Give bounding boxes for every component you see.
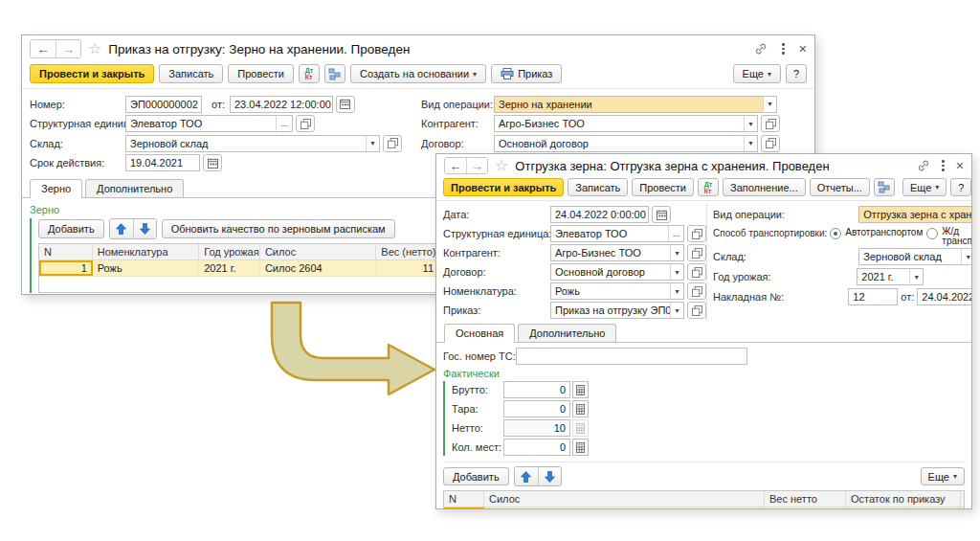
table-row[interactable]: 1 Рожь 2021 г. Силос 2604 11: [39, 260, 439, 277]
cell-silo[interactable]: Силос 2604: [484, 507, 765, 509]
grid-more-button[interactable]: Еще▾: [921, 467, 965, 485]
dropdown-button[interactable]: ▾: [744, 135, 758, 152]
col-n[interactable]: N: [444, 491, 484, 507]
calendar-button[interactable]: [652, 206, 671, 223]
help-button[interactable]: ?: [786, 64, 807, 83]
col-silo[interactable]: Силос: [484, 491, 765, 507]
open-link-button[interactable]: [687, 244, 706, 261]
col-nomenclature[interactable]: Номенклатура: [93, 244, 199, 259]
cell-order-balance[interactable]: 11: [846, 507, 961, 509]
calculator-button[interactable]: [572, 400, 589, 417]
counterparty-field[interactable]: Агро-Бизнес ТОО: [550, 244, 671, 261]
counterparty-field[interactable]: Агро-Бизнес ТОО: [494, 115, 745, 132]
print-order-button[interactable]: Приказ: [491, 64, 562, 83]
warehouse-field[interactable]: Зерновой склад: [125, 135, 367, 152]
favorite-star-icon[interactable]: ☆: [88, 41, 101, 56]
tare-field[interactable]: 0: [503, 400, 570, 417]
cell-net-weight[interactable]: 10: [765, 507, 846, 509]
nomenclature-field[interactable]: Рожь: [550, 282, 671, 300]
calculator-button[interactable]: [572, 381, 589, 398]
menu-dots-icon[interactable]: [939, 159, 947, 172]
move-down-button[interactable]: [133, 219, 156, 238]
col-silo[interactable]: Силос: [260, 244, 376, 259]
cell-net-weight[interactable]: 11: [376, 260, 439, 276]
related-documents-button[interactable]: [874, 178, 895, 196]
validity-field[interactable]: 19.04.2021: [125, 154, 200, 171]
calculator-button[interactable]: [572, 439, 589, 456]
fill-button[interactable]: Заполнение...: [723, 178, 806, 196]
open-link-button[interactable]: [761, 135, 780, 152]
open-link-button[interactable]: [296, 115, 315, 132]
dropdown-button[interactable]: ▾: [909, 268, 924, 285]
radio-rail-transport[interactable]: Ж/д транспортом: [926, 225, 972, 246]
link-icon[interactable]: [754, 42, 768, 56]
forward-button[interactable]: →: [466, 158, 487, 173]
waybill-date-field[interactable]: 24.04.2022: [917, 288, 972, 305]
post-and-close-button[interactable]: Провести и закрыть: [30, 64, 154, 83]
menu-dots-icon[interactable]: [779, 42, 788, 56]
cell-n[interactable]: 1: [444, 507, 484, 509]
col-harvest-year[interactable]: Год урожая: [199, 244, 260, 259]
favorite-star-icon[interactable]: ☆: [495, 158, 508, 173]
harvest-year-field[interactable]: 2021 г.: [857, 268, 910, 285]
warehouse-field[interactable]: Зерновой склад: [858, 248, 962, 265]
reports-button[interactable]: Отчеты...: [810, 178, 870, 196]
open-link-button[interactable]: [761, 115, 780, 132]
choose-button[interactable]: ...: [276, 115, 293, 132]
cell-harvest-year[interactable]: 2021 г.: [199, 260, 260, 276]
calendar-button[interactable]: [203, 154, 222, 171]
radio-auto-transport[interactable]: Автотранспортом: [830, 225, 923, 239]
dropdown-button[interactable]: ▾: [670, 302, 684, 319]
dropdown-button[interactable]: ▾: [670, 244, 684, 261]
move-up-button[interactable]: [515, 467, 538, 485]
contract-field[interactable]: Основной договор: [494, 135, 745, 152]
dropdown-button[interactable]: ▾: [366, 135, 380, 152]
number-field[interactable]: ЭП000000002: [125, 96, 202, 113]
dtkt-button[interactable]: ДтКт: [698, 178, 719, 196]
refresh-quality-button[interactable]: Обновить качество по зерновым распискам: [162, 219, 395, 238]
open-link-button[interactable]: [687, 225, 706, 242]
more-button[interactable]: Еще▾: [902, 178, 947, 196]
cell-nomenclature[interactable]: Рожь: [93, 260, 199, 276]
dropdown-button[interactable]: ▾: [670, 263, 684, 281]
tab-additional[interactable]: Дополнительно: [518, 324, 616, 342]
calendar-button[interactable]: [336, 96, 355, 113]
back-button[interactable]: ←: [445, 158, 466, 173]
more-button[interactable]: Еще▾: [733, 64, 781, 83]
waybill-number-field[interactable]: 12: [848, 288, 898, 305]
dropdown-button[interactable]: ▾: [763, 96, 777, 113]
close-icon[interactable]: ×: [956, 159, 964, 172]
dropdown-button[interactable]: ▾: [961, 248, 972, 265]
unit-field[interactable]: Элеватор ТОО: [550, 225, 669, 242]
help-button[interactable]: ?: [950, 178, 971, 196]
dropdown-button[interactable]: ▾: [744, 115, 758, 132]
vehicle-number-field[interactable]: [516, 348, 747, 365]
gross-field[interactable]: 0: [503, 381, 570, 398]
operation-field[interactable]: Зерно на хранении: [494, 96, 764, 113]
net-field[interactable]: 10: [503, 419, 570, 437]
open-link-button[interactable]: [383, 135, 402, 152]
forward-button[interactable]: →: [56, 40, 80, 57]
tab-main[interactable]: Основная: [444, 324, 515, 343]
move-up-button[interactable]: [110, 219, 133, 238]
open-link-button[interactable]: [687, 302, 706, 319]
link-icon[interactable]: [917, 159, 930, 172]
close-icon[interactable]: ×: [799, 42, 807, 56]
tab-grain[interactable]: Зерно: [30, 179, 82, 198]
move-down-button[interactable]: [538, 467, 561, 485]
table-row[interactable]: 1 Силос 2604 10 11: [444, 507, 964, 509]
cell-silo[interactable]: Силос 2604: [260, 260, 376, 276]
post-button[interactable]: Провести: [228, 64, 294, 83]
choose-button[interactable]: ...: [668, 225, 684, 242]
operation-field[interactable]: Отгрузка зерна с хранения: [858, 206, 972, 223]
related-documents-button[interactable]: [324, 64, 345, 83]
open-link-button[interactable]: [687, 282, 706, 300]
create-on-base-button[interactable]: Создать на основании▾: [350, 64, 486, 83]
col-net-weight[interactable]: Вес нетто: [765, 491, 846, 507]
dtkt-button[interactable]: ДтКт: [299, 64, 320, 83]
add-row-button[interactable]: Добавить: [443, 467, 509, 485]
dropdown-button[interactable]: ▾: [670, 282, 684, 300]
unit-field[interactable]: Элеватор ТОО: [125, 115, 277, 132]
open-link-button[interactable]: [687, 263, 706, 281]
cell-n[interactable]: 1: [39, 260, 93, 276]
